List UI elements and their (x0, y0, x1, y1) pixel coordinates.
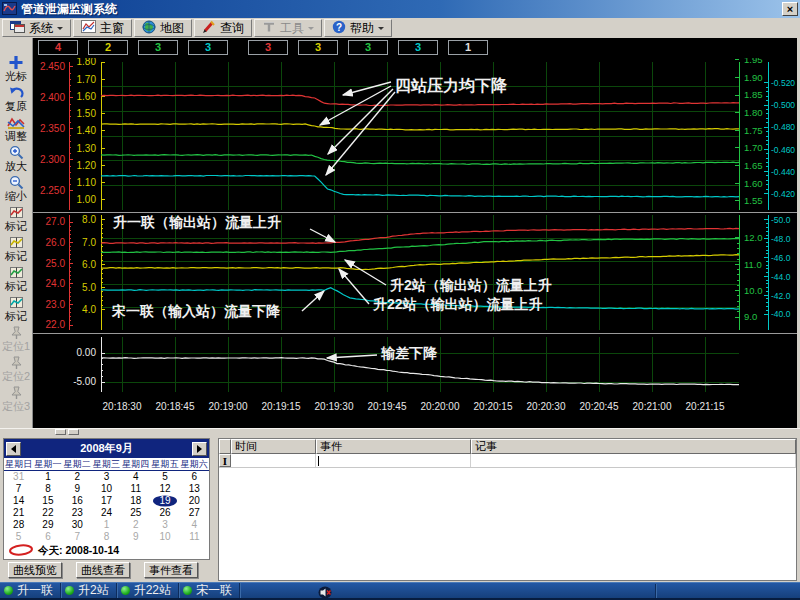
calendar-date[interactable]: 25 (121, 507, 150, 519)
calendar-date[interactable]: 2 (121, 519, 150, 531)
station-count-button[interactable]: 3 (188, 40, 228, 55)
calendar-date[interactable]: 18 (121, 495, 150, 507)
calendar-selected-date[interactable]: 19 (150, 495, 179, 507)
taskbar-station-宋一联[interactable]: 宋一联 (179, 583, 240, 598)
event-cell[interactable] (316, 454, 471, 467)
station-count-button[interactable]: 3 (348, 40, 388, 55)
tool-放大[interactable]: 放大 (5, 145, 27, 173)
menu-item-查询[interactable]: 查询 (194, 19, 252, 37)
station-count-button[interactable]: 3 (398, 40, 438, 55)
calendar-date[interactable]: 14 (4, 495, 33, 507)
calendar-date[interactable]: 15 (33, 495, 62, 507)
station-count-button[interactable]: 1 (448, 40, 488, 55)
column-header-事件[interactable]: 事件 (316, 439, 471, 454)
zoom-out-icon (9, 175, 24, 190)
tool-复原[interactable]: 复原 (5, 85, 27, 113)
date-number: 7 (16, 483, 22, 494)
tool-定位2: 定位2 (2, 355, 30, 383)
date-number: 30 (72, 519, 83, 530)
calendar-date[interactable]: 13 (180, 483, 209, 495)
calendar-date[interactable]: 9 (121, 531, 150, 543)
side-toolbar: 光标复原调整放大缩小标记标记标记标记定位1定位2定位3 (0, 38, 33, 428)
calendar-date[interactable]: 7 (4, 483, 33, 495)
calendar-date[interactable]: 8 (92, 531, 121, 543)
calendar-date[interactable]: 3 (150, 519, 179, 531)
tool-标记[interactable]: 标记 (5, 205, 27, 233)
calendar-date[interactable]: 9 (63, 483, 92, 495)
event-cell[interactable] (471, 454, 796, 467)
menu-item-系统[interactable]: 系统 (2, 19, 71, 37)
tool-label: 复原 (5, 100, 27, 113)
calendar-date[interactable]: 17 (92, 495, 121, 507)
close-button[interactable]: × (782, 2, 798, 16)
calendar-date[interactable]: 2 (63, 471, 92, 483)
today-label[interactable]: 今天: 2008-10-14 (38, 544, 119, 558)
calendar-date[interactable]: 6 (180, 471, 209, 483)
event-cell[interactable] (231, 454, 316, 467)
station-count-button[interactable]: 3 (248, 40, 288, 55)
calendar-date[interactable]: 26 (150, 507, 179, 519)
calendar-date[interactable]: 12 (150, 483, 179, 495)
tool-光标[interactable]: 光标 (5, 55, 27, 83)
calendar-date[interactable]: 5 (4, 531, 33, 543)
station-count-button[interactable]: 4 (38, 40, 78, 55)
calendar-date[interactable]: 8 (33, 483, 62, 495)
prev-month-button[interactable] (6, 442, 21, 456)
axis-tick-label: -46.0 (771, 253, 791, 263)
calendar-date[interactable]: 28 (4, 519, 33, 531)
date-number: 11 (189, 531, 199, 542)
muted-speaker-icon[interactable] (318, 585, 332, 600)
calendar-date[interactable]: 3 (92, 471, 121, 483)
tool-标记[interactable]: 标记 (5, 235, 27, 263)
calendar-date[interactable]: 31 (4, 471, 33, 483)
calendar-date[interactable]: 10 (92, 483, 121, 495)
calendar-date[interactable]: 1 (92, 519, 121, 531)
calendar-date[interactable]: 23 (63, 507, 92, 519)
calendar-date[interactable]: 11 (180, 531, 209, 543)
column-header-时间[interactable]: 时间 (231, 439, 316, 454)
curves-chart[interactable]: 2.4502.4002.3502.3002.2501.801.701.601.5… (33, 58, 797, 428)
tool-标记[interactable]: 标记 (5, 295, 27, 323)
calendar-date[interactable]: 21 (4, 507, 33, 519)
taskbar-station-升22站[interactable]: 升22站 (117, 583, 179, 598)
menu-item-主窗[interactable]: 主窗 (73, 19, 132, 37)
calendar-date[interactable]: 7 (63, 531, 92, 543)
calendar-week-row: 78910111213 (4, 483, 209, 495)
calendar-date[interactable]: 11 (121, 483, 150, 495)
calendar-date[interactable]: 30 (63, 519, 92, 531)
calendar-date[interactable]: 16 (63, 495, 92, 507)
station-count-button[interactable]: 2 (88, 40, 128, 55)
menu-item-帮助[interactable]: ?帮助 (324, 19, 392, 37)
taskbar-station-升一联[interactable]: 升一联 (0, 583, 61, 598)
tool-标记[interactable]: 标记 (5, 265, 27, 293)
tool-缩小[interactable]: 缩小 (5, 175, 27, 203)
time-axis-label: 20:19:45 (368, 401, 407, 412)
calendar-title: 2008年9月 (80, 441, 133, 456)
calendar-date[interactable]: 27 (180, 507, 209, 519)
calendar-date[interactable]: 29 (33, 519, 62, 531)
station-count-button[interactable]: 3 (138, 40, 178, 55)
taskbar-station-升2站[interactable]: 升2站 (61, 583, 117, 598)
axis-tick-label: -0.500 (771, 100, 795, 110)
station-count-button[interactable]: 3 (298, 40, 338, 55)
calendar-date[interactable]: 6 (33, 531, 62, 543)
event-view-button[interactable]: 事件查看 (144, 562, 198, 578)
tool-调整[interactable]: 调整 (5, 115, 27, 143)
menu-item-地图[interactable]: 地图 (134, 19, 192, 37)
zoom-in-icon (9, 145, 24, 160)
calendar-date[interactable]: 4 (180, 519, 209, 531)
curve-preview-button[interactable]: 曲线预览 (8, 562, 62, 578)
next-month-button[interactable] (192, 442, 207, 456)
calendar-date[interactable]: 22 (33, 507, 62, 519)
curve-view-button[interactable]: 曲线查看 (76, 562, 130, 578)
axis-tick-label: 1.20 (77, 160, 97, 171)
calendar-date[interactable]: 4 (121, 471, 150, 483)
map-icon (142, 20, 156, 37)
calendar-date[interactable]: 10 (150, 531, 179, 543)
calendar-date[interactable]: 20 (180, 495, 209, 507)
column-header-记事[interactable]: 记事 (471, 439, 796, 454)
calendar-date[interactable]: 5 (150, 471, 179, 483)
calendar-date[interactable]: 24 (92, 507, 121, 519)
calendar-date[interactable]: 1 (33, 471, 62, 483)
axis-tick-label: 1.70 (744, 142, 763, 153)
